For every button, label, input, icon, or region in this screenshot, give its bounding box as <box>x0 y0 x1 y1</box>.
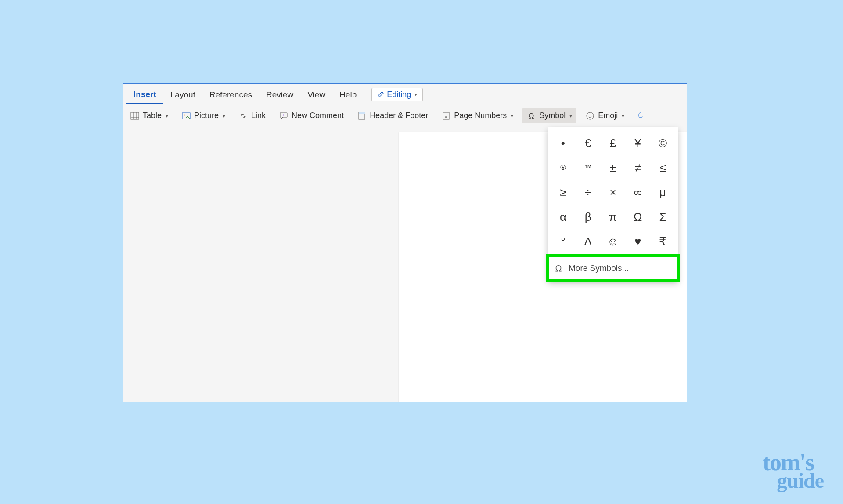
picture-label: Picture <box>194 111 219 120</box>
symbol-multiply[interactable]: × <box>601 180 626 205</box>
link-icon <box>238 111 248 121</box>
symbol-label: Symbol <box>539 111 566 120</box>
dictate-icon <box>635 111 645 121</box>
svg-point-6 <box>184 114 185 115</box>
emoji-icon <box>585 111 595 121</box>
new-comment-button[interactable]: New Comment <box>274 108 348 123</box>
symbol-delta[interactable]: Δ <box>576 229 601 254</box>
page-numbers-button[interactable]: # Page Numbers ▾ <box>437 108 518 123</box>
page-numbers-icon: # <box>441 111 451 121</box>
picture-button[interactable]: Picture ▾ <box>177 108 230 123</box>
svg-point-14 <box>588 115 589 115</box>
chevron-down-icon: ▾ <box>414 91 417 97</box>
tab-layout[interactable]: Layout <box>163 86 202 103</box>
link-button[interactable]: Link <box>234 108 270 123</box>
svg-point-15 <box>591 115 592 115</box>
symbol-pi[interactable]: π <box>601 205 626 229</box>
omega-icon <box>554 263 563 273</box>
tab-review[interactable]: Review <box>259 86 300 103</box>
editing-label: Editing <box>387 90 411 99</box>
svg-rect-10 <box>359 112 365 114</box>
omega-icon <box>526 111 536 121</box>
symbol-infinity[interactable]: ∞ <box>625 180 650 205</box>
symbol-sigma[interactable]: Σ <box>650 205 675 229</box>
chevron-down-icon: ▾ <box>223 113 225 119</box>
chevron-down-icon: ▾ <box>622 113 624 119</box>
symbol-button[interactable]: Symbol ▾ <box>522 108 576 123</box>
comment-icon <box>279 111 288 121</box>
svg-point-13 <box>587 112 594 119</box>
more-symbols-highlight: More Symbols... <box>546 254 680 282</box>
table-icon <box>130 111 140 121</box>
app-window: Insert Layout References Review View Hel… <box>123 83 687 402</box>
emoji-label: Emoji <box>598 111 618 120</box>
symbol-smiley[interactable]: ☺ <box>601 229 626 254</box>
symbol-trademark[interactable]: ™ <box>576 155 601 180</box>
symbol-copyright[interactable]: © <box>650 131 675 155</box>
more-symbols-button[interactable]: More Symbols... <box>549 257 677 279</box>
more-symbols-label: More Symbols... <box>569 263 629 273</box>
symbol-greater-equal[interactable]: ≥ <box>551 180 576 205</box>
tab-insert[interactable]: Insert <box>126 85 163 104</box>
symbol-beta[interactable]: β <box>576 205 601 229</box>
symbol-omega[interactable]: Ω <box>625 205 650 229</box>
symbol-yen[interactable]: ¥ <box>625 131 650 155</box>
link-label: Link <box>251 111 266 120</box>
table-label: Table <box>143 111 162 120</box>
symbol-pound[interactable]: £ <box>601 131 626 155</box>
svg-rect-0 <box>131 112 139 119</box>
table-button[interactable]: Table ▾ <box>126 108 173 123</box>
symbol-alpha[interactable]: α <box>551 205 576 229</box>
tab-references[interactable]: References <box>202 86 259 103</box>
symbol-divide[interactable]: ÷ <box>576 180 601 205</box>
symbol-euro[interactable]: € <box>576 131 601 155</box>
page-numbers-label: Page Numbers <box>454 111 507 120</box>
symbol-less-equal[interactable]: ≤ <box>650 155 675 180</box>
header-footer-label: Header & Footer <box>370 111 428 120</box>
symbol-bullet[interactable]: • <box>551 131 576 155</box>
pen-icon <box>377 91 384 98</box>
overflow-button[interactable] <box>633 108 646 123</box>
header-footer-button[interactable]: Header & Footer <box>353 108 432 123</box>
ribbon-tabs: Insert Layout References Review View Hel… <box>123 84 687 104</box>
watermark-line2: guide <box>777 472 824 489</box>
watermark-logo: tom's guide <box>763 453 824 489</box>
tab-view[interactable]: View <box>300 86 332 103</box>
symbol-degree[interactable]: ° <box>551 229 576 254</box>
symbol-not-equal[interactable]: ≠ <box>625 155 650 180</box>
symbol-rupee[interactable]: ₹ <box>650 229 675 254</box>
editing-mode-button[interactable]: Editing ▾ <box>371 88 423 101</box>
chevron-down-icon: ▾ <box>569 113 572 119</box>
new-comment-label: New Comment <box>292 111 344 120</box>
svg-text:#: # <box>445 115 447 119</box>
symbol-plus-minus[interactable]: ± <box>601 155 626 180</box>
symbol-grid: • € £ ¥ © ® ™ ± ≠ ≤ ≥ ÷ × ∞ μ α β π Ω Σ … <box>548 127 678 256</box>
picture-icon <box>181 111 191 121</box>
tab-help[interactable]: Help <box>332 86 364 103</box>
chevron-down-icon: ▾ <box>166 113 168 119</box>
header-footer-icon <box>357 111 367 121</box>
symbol-mu[interactable]: μ <box>650 180 675 205</box>
symbol-heart[interactable]: ♥ <box>625 229 650 254</box>
insert-toolbar: Table ▾ Picture ▾ Link New Comment <box>123 104 687 127</box>
chevron-down-icon: ▾ <box>511 113 513 119</box>
symbol-registered[interactable]: ® <box>551 155 576 180</box>
emoji-button[interactable]: Emoji ▾ <box>581 108 629 123</box>
symbol-dropdown-panel: • € £ ¥ © ® ™ ± ≠ ≤ ≥ ÷ × ∞ μ α β π Ω Σ … <box>548 127 678 281</box>
